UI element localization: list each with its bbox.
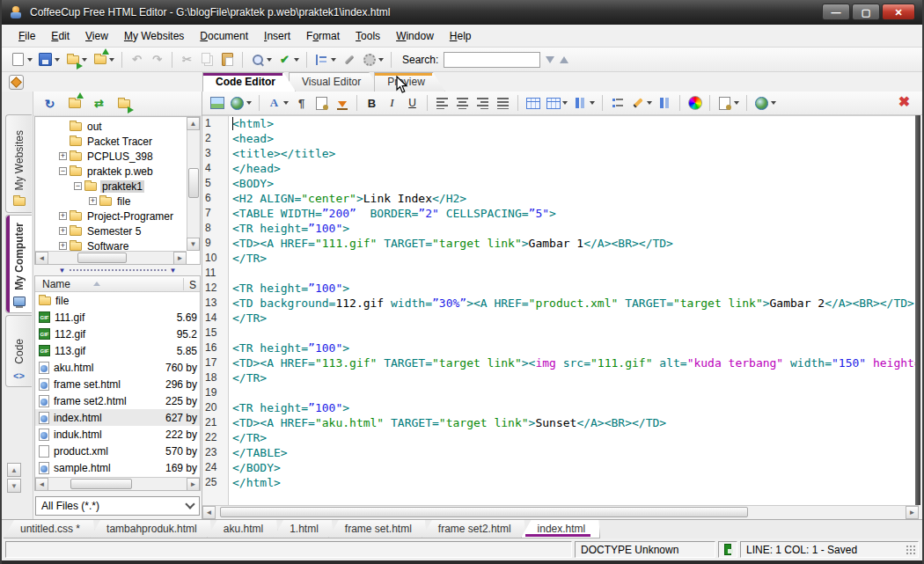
dropdown-arrow-icon[interactable] [27,58,33,62]
table-button[interactable] [544,93,569,113]
file-row-product-xml[interactable]: product.xml570 by [35,443,200,459]
maximize-button[interactable]: ▢ [852,4,880,20]
copy-button[interactable] [198,50,216,70]
italic-button[interactable]: I [383,93,401,113]
dropdown-arrow-icon[interactable] [267,58,272,62]
tabstrip-scroll-up[interactable]: ▲ [7,463,21,477]
scroll-up-arrow[interactable]: ▲ [187,117,200,130]
insert-download-button[interactable] [333,93,351,113]
tab-preview[interactable]: Preview [374,72,445,92]
dropdown-arrow-icon[interactable] [771,101,776,105]
file-row-113-gif[interactable]: GIF113.gif5.85 [35,342,200,359]
edit-pencil-button[interactable] [628,93,654,113]
dropdown-arrow-icon[interactable] [109,58,114,62]
menu-format[interactable]: Format [298,26,348,46]
bold-button[interactable]: B [363,93,381,113]
tree-item-semester-5[interactable]: +Semester 5 [35,223,187,238]
align-justify-button[interactable] [494,93,512,113]
file-row-111-gif[interactable]: GIF111.gif5.69 [35,309,200,326]
file-tab-1-html[interactable]: 1.html [273,520,334,538]
columns-button[interactable] [656,93,674,113]
file-list-horizontal-scrollbar[interactable]: ◄ ► [35,477,200,490]
file-filter-select[interactable]: All Files (*.*) [35,496,200,516]
close-button[interactable]: ✕ [882,4,915,20]
scroll-left-arrow[interactable]: ◄ [202,506,216,519]
tree-item-file[interactable]: +file [35,194,187,209]
align-right-button[interactable] [473,93,492,113]
page-edit-button[interactable] [715,93,741,113]
anchor-page-button[interactable] [312,93,331,113]
link-globe-button[interactable] [228,93,253,113]
file-list-header[interactable]: Name S [35,276,200,292]
tree-horizontal-scrollbar[interactable]: ◄ ► [35,251,187,264]
dropdown-arrow-icon[interactable] [590,101,595,105]
gear-button[interactable] [360,50,385,70]
dropdown-arrow-icon[interactable] [294,58,299,62]
tab-code-editor[interactable]: Code Editor [202,72,296,92]
file-tab-frame-set-html[interactable]: frame set.html [328,520,427,538]
dropdown-arrow-icon[interactable] [562,101,568,105]
column-size[interactable]: S [183,278,198,290]
file-list[interactable]: Name S fileGIF111.gif5.69GIF112.gif95.2G… [34,275,201,491]
spellcheck-button[interactable]: ✔ [275,50,301,70]
dropdown-arrow-icon[interactable] [246,101,252,105]
dropdown-arrow-icon[interactable] [734,101,739,105]
cut-button[interactable]: ✂ [178,50,196,70]
file-row-frame-set2-html[interactable]: frame set2.html225 by [35,392,200,409]
tree-item-pcplus-398[interactable]: +PCPLUS_398 [35,149,187,164]
tree-item-packet-tracer[interactable]: Packet Tracer [35,134,187,149]
expand-icon[interactable]: + [59,242,67,250]
align-left-button[interactable] [433,93,451,113]
column-name[interactable]: Name [35,278,70,290]
font-button[interactable]: A [265,93,290,113]
menu-file[interactable]: File [11,26,43,46]
tree-item-software[interactable]: +Software [35,238,187,251]
dropdown-arrow-icon[interactable] [331,58,336,62]
file-row-112-gif[interactable]: GIF112.gif95.2 [35,326,200,342]
globe-preview-button[interactable] [752,93,778,113]
undo-button[interactable]: ↶ [128,50,146,70]
minimize-button[interactable]: — [822,4,850,20]
menu-document[interactable]: Document [192,26,256,46]
scroll-right-arrow[interactable]: ► [187,478,200,491]
editor-horizontal-scrollbar[interactable]: ◄ ► [202,505,919,519]
pilcrow-button[interactable]: ¶ [292,93,311,113]
expand-icon[interactable]: + [89,197,97,205]
insert-image-button[interactable] [208,93,226,113]
scroll-right-arrow[interactable]: ► [173,252,187,265]
tree-vertical-scrollbar[interactable]: ▲ ▼ [187,117,200,251]
file-tab-untitled-css-[interactable]: untitled.css * [4,520,95,538]
scroll-down-arrow[interactable]: ▼ [187,238,200,251]
dropdown-arrow-icon[interactable] [283,101,289,105]
file-row-file[interactable]: file [35,292,200,309]
file-row-aku-html[interactable]: aku.html760 by [35,359,200,376]
import-folder-button[interactable] [91,50,116,70]
refresh-button[interactable]: ↻ [40,94,59,114]
align-center-button[interactable] [453,93,472,113]
expand-icon[interactable]: + [59,227,67,235]
file-row-induk-html[interactable]: induk.html222 by [35,426,200,443]
file-tab-index-html[interactable]: index.html [521,520,601,538]
editor-vertical-scrollbar[interactable] [915,115,920,505]
menu-window[interactable]: Window [388,26,442,46]
collapse-icon[interactable]: − [74,182,82,190]
tabstrip-scroll-down[interactable]: ▼ [7,479,21,493]
menu-edit[interactable]: Edit [43,26,77,46]
search-next-icon[interactable] [546,56,554,63]
menu-insert[interactable]: Insert [256,26,298,46]
menu-my-websites[interactable]: My Websites [116,26,192,46]
file-tab-frame-set2-html[interactable]: frame set2.html [422,520,526,538]
collapse-panel-button[interactable] [9,75,24,90]
tree-item-praktek1[interactable]: −praktek1 [35,179,187,194]
close-toolbar-icon[interactable]: ✖ [897,94,912,109]
folder-tree[interactable]: outPacket Tracer+PCPLUS_398−praktek p.we… [34,116,201,265]
sync-button[interactable]: ⇄ [90,94,108,114]
menu-view[interactable]: View [77,26,116,46]
table-insert-button[interactable] [524,93,542,113]
tab-visual-editor[interactable]: Visual Editor [289,72,381,92]
save-button[interactable] [36,50,62,70]
folder-up-button[interactable] [65,94,84,114]
rows-button[interactable] [571,93,597,113]
resize-grip[interactable] [906,545,916,555]
search-input[interactable] [444,52,540,68]
